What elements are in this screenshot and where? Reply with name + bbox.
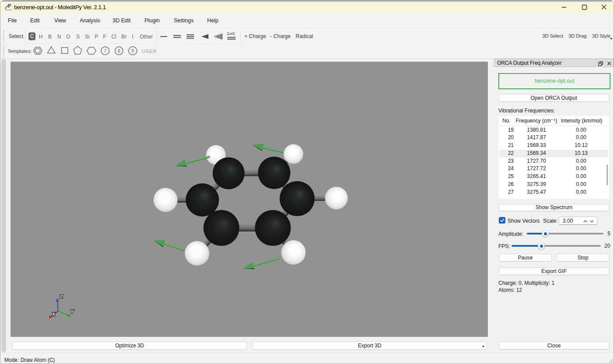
svg-text:Z: Z bbox=[60, 294, 63, 299]
svg-text:MoleditPy: MoleditPy bbox=[5, 9, 12, 11]
svg-text:7: 7 bbox=[104, 48, 106, 53]
svg-text:9: 9 bbox=[131, 48, 134, 53]
svg-text:Z⇌E: Z⇌E bbox=[227, 32, 235, 36]
svg-text:8: 8 bbox=[118, 48, 120, 53]
svg-text:Y: Y bbox=[71, 309, 74, 314]
svg-text:X: X bbox=[52, 312, 56, 317]
